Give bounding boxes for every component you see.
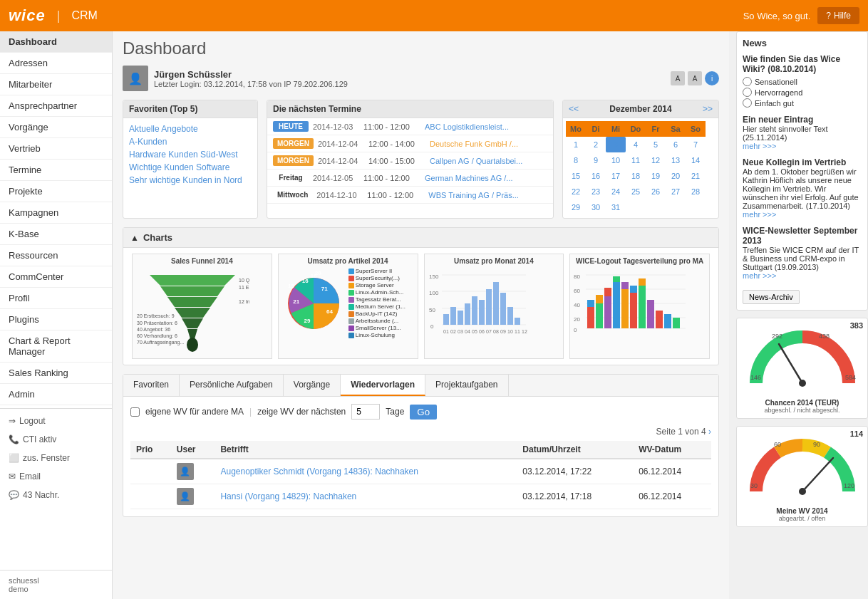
sidebar-item-dashboard[interactable]: Dashboard (0, 31, 112, 53)
cal-day-15[interactable]: 15 (566, 168, 586, 184)
tab-projektaufgaben[interactable]: Projektaufgaben (425, 375, 508, 396)
cal-day-8[interactable]: 8 (566, 152, 586, 168)
news-more-4[interactable]: mehr >>> (743, 271, 776, 280)
news-more-3[interactable]: mehr >>> (743, 210, 776, 219)
sidebar-email[interactable]: ✉ Email (0, 467, 112, 486)
cal-day-10[interactable]: 10 (606, 152, 626, 168)
news-archive-button[interactable]: News-Archiv (743, 290, 800, 304)
sidebar-item-plugins[interactable]: Plugins (0, 309, 112, 330)
cal-day-19[interactable]: 19 (646, 168, 666, 184)
cal-day-3[interactable]: 3 (606, 137, 626, 152)
sidebar-item-admin[interactable]: Admin (0, 384, 112, 405)
sidebar-item-chart-report-manager[interactable]: Chart & Report Manager (0, 330, 112, 363)
cal-day-2[interactable]: 2 (586, 137, 606, 152)
hilfe-button[interactable]: ? Hilfe (817, 7, 859, 24)
cal-week-3: 15 16 17 18 19 20 21 (566, 168, 715, 184)
sidebar-item-vertrieb[interactable]: Vertrieb (0, 138, 112, 160)
cal-day-26[interactable]: 26 (646, 184, 666, 199)
sidebar-item-kampagnen[interactable]: Kampagnen (0, 202, 112, 224)
tab-wiedervorlagen[interactable]: Wiedervorlagen (341, 375, 425, 396)
tab-favoriten[interactable]: Favoriten (123, 375, 180, 396)
fav-link-1[interactable]: Aktuelle Angebote (129, 123, 252, 135)
cal-day-22[interactable]: 22 (566, 184, 586, 199)
news-more-2[interactable]: mehr >>> (743, 142, 776, 150)
cal-day-30[interactable]: 30 (586, 199, 606, 215)
resize-icon-1[interactable]: A (671, 71, 685, 85)
fav-link-3[interactable]: Hardware Kunden Süd-West (129, 148, 252, 161)
cal-day-23[interactable]: 23 (586, 184, 606, 199)
cal-day-27[interactable]: 27 (666, 184, 686, 199)
cal-day-7[interactable]: 7 (686, 137, 706, 152)
tab-aufgaben[interactable]: Persönliche Aufgaben (180, 375, 284, 396)
sidebar-item-ansprechpartner[interactable]: Ansprechpartner (0, 95, 112, 117)
cal-day-31[interactable]: 31 (606, 199, 626, 215)
cal-day-28[interactable]: 28 (686, 184, 706, 199)
resize-icon-2[interactable]: A (688, 71, 702, 85)
appt-name-1[interactable]: ABC Logistikdiensleist... (425, 123, 547, 131)
cal-day-6[interactable]: 6 (666, 137, 686, 152)
radio-sensationell[interactable]: Sensationell (743, 77, 862, 86)
appt-name-2[interactable]: Deutsche Funk GmbH /... (430, 140, 547, 148)
wv-days-label: Tage (386, 407, 404, 417)
appt-name-3[interactable]: Callpen AG / Quartalsbei... (430, 157, 547, 165)
sidebar-messages[interactable]: 💬 43 Nachr. (0, 486, 112, 504)
cal-day-17[interactable]: 17 (606, 168, 626, 184)
cal-next[interactable]: >> (703, 104, 713, 114)
fav-link-5[interactable]: Sehr wichtige Kunden in Nord (129, 174, 252, 187)
cal-prev[interactable]: << (569, 104, 579, 114)
cal-day-4[interactable]: 4 (626, 137, 646, 152)
sidebar-extra-window[interactable]: ⬜ zus. Fenster (0, 449, 112, 467)
cal-day-14[interactable]: 14 (686, 152, 706, 168)
sidebar-item-adressen[interactable]: Adressen (0, 53, 112, 74)
cti-label: CTI aktiv (23, 434, 56, 444)
cal-day-13[interactable]: 13 (666, 152, 686, 168)
sidebar-item-profil[interactable]: Profil (0, 288, 112, 309)
cal-day-20[interactable]: 20 (666, 168, 686, 184)
appt-name-5[interactable]: WBS Training AG / Präs... (428, 191, 547, 199)
cal-day-21[interactable]: 21 (686, 168, 706, 184)
sidebar-item-mitarbeiter[interactable]: Mitarbeiter (0, 74, 112, 95)
chart-bar-month: Umsatz pro Monat 2014 150 100 50 0 (424, 254, 564, 359)
col-datum: Datum/Uhrzeit (517, 441, 633, 459)
cal-day-1[interactable]: 1 (566, 137, 586, 152)
charts-header[interactable]: ▲ Charts (123, 228, 718, 248)
tab-vorgaenge[interactable]: Vorgänge (284, 375, 341, 396)
cal-day-25[interactable]: 25 (626, 184, 646, 199)
cal-day-18[interactable]: 18 (626, 168, 646, 184)
fav-link-2[interactable]: A-Kunden (129, 135, 252, 148)
wv-link-2[interactable]: Hansi (Vorgang 14829): Nachhaken (220, 491, 356, 501)
wv-checkbox[interactable] (130, 407, 140, 417)
wv-page-next[interactable]: › (708, 427, 711, 437)
svg-text:20: 20 (574, 316, 580, 323)
wv-days-input[interactable] (351, 404, 380, 420)
sidebar-cti[interactable]: 📞 CTI aktiv (0, 430, 112, 449)
sidebar-item-kbase[interactable]: K-Base (0, 224, 112, 245)
cal-day-12[interactable]: 12 (646, 152, 666, 168)
sidebar-logout[interactable]: ⇒ Logout (0, 412, 112, 430)
info-circle-icon[interactable]: i (705, 71, 719, 85)
sidebar-item-ressourcen[interactable]: Ressourcen (0, 245, 112, 266)
sidebar-item-termine[interactable]: Termine (0, 160, 112, 181)
charts-collapse-icon: ▲ (130, 233, 139, 243)
sidebar-item-commcenter[interactable]: CommCenter (0, 266, 112, 288)
wv-go-button[interactable]: Go (410, 405, 437, 420)
cal-day-16[interactable]: 16 (586, 168, 606, 184)
appt-name-4[interactable]: German Machines AG /... (425, 174, 547, 182)
tabs-body: eigene WV für andere MA | zeige WV der n… (123, 397, 718, 516)
wv-link-1[interactable]: Augenoptiker Schmidt (Vorgang 14836): Na… (220, 467, 418, 476)
svg-text:15: 15 (288, 283, 294, 289)
messages-label: 43 Nachr. (23, 490, 59, 500)
cal-day-29[interactable]: 29 (566, 199, 586, 215)
cal-day-11[interactable]: 11 (626, 152, 646, 168)
fav-link-4[interactable]: Wichtige Kunden Software (129, 161, 252, 174)
cal-day-5[interactable]: 5 (646, 137, 666, 152)
radio-einfach-gut[interactable]: Einfach gut (743, 98, 862, 108)
sidebar-item-projekte[interactable]: Projekte (0, 181, 112, 202)
sidebar-item-sales-ranking[interactable]: Sales Ranking (0, 363, 112, 384)
svg-text:0: 0 (430, 323, 434, 330)
cal-day-24[interactable]: 24 (606, 184, 626, 199)
cal-day-9[interactable]: 9 (586, 152, 606, 168)
sidebar-item-vorgaenge[interactable]: Vorgänge (0, 117, 112, 138)
radio-hervorragend[interactable]: Hervorragend (743, 88, 862, 97)
appointments-header: Die nächsten Termine (267, 100, 553, 118)
